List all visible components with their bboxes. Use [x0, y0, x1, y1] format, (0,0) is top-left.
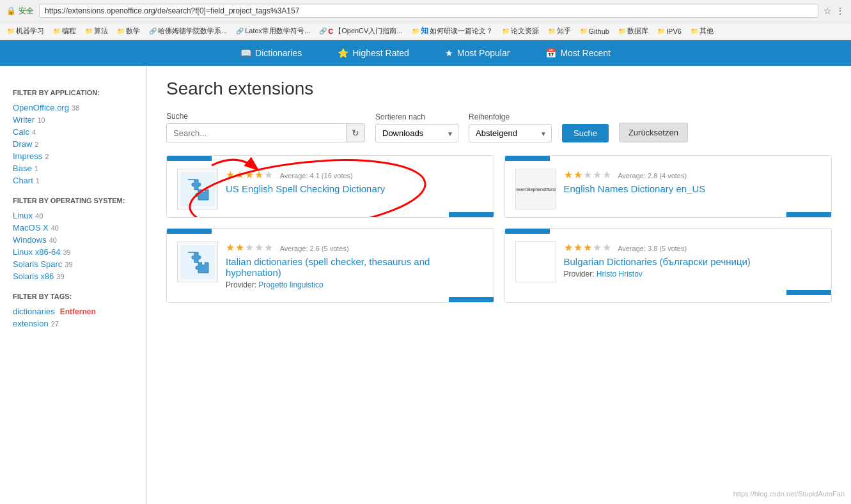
ext-card-en-names: tolstefer that Steffen Stefan Steven Ste… [504, 155, 832, 218]
card-stars-row: ★★★★★ Average: 3.8 (5 votes) [564, 241, 822, 254]
sidebar-item-writer[interactable]: Writer 10 [13, 114, 134, 126]
star-rating: ★★★★★ [226, 242, 274, 253]
security-label: 安全 [19, 6, 34, 17]
reset-button[interactable]: Zurücksetzen [619, 123, 688, 142]
rating-text: Average: 4.1 (16 votes) [280, 172, 353, 179]
lock-icon: 🔒 [6, 6, 16, 15]
provider-link-italian[interactable]: Progetto linguistico [258, 280, 323, 289]
card-title-us-spell[interactable]: US English Spell Checking Dictionary [226, 183, 483, 194]
extensions-grid: ★★★★★ Average: 4.1 (16 votes) US English… [166, 155, 832, 303]
popular-icon: ★ [445, 48, 453, 58]
card-top-bar [505, 156, 550, 161]
bookmark-latex[interactable]: Latex常用数学符号... [233, 25, 313, 37]
browser-icons: ☆ ⋮ [824, 6, 845, 16]
bookmark-read-paper[interactable]: 知如何研读一篇论文？ [409, 24, 496, 38]
bookmark-github[interactable]: Github [577, 26, 613, 36]
sidebar-item-calc[interactable]: Calc 4 [13, 126, 134, 138]
sortieren-label: Sortieren nach [375, 112, 458, 121]
calendar-icon: 📅 [545, 48, 556, 58]
bookmark-icon[interactable]: ☆ [824, 6, 832, 16]
bookmark-paper-resources[interactable]: 论文资源 [499, 25, 542, 37]
card-icon-puzzle [177, 169, 218, 210]
order-select-wrap: Absteigend Aufsteigend [469, 124, 552, 142]
card-stars-row: ★★★★★ Average: 2.6 (5 votes) [226, 241, 483, 254]
order-select[interactable]: Absteigend Aufsteigend [469, 124, 552, 142]
card-title-en-names[interactable]: English Names Dictionary en_US [564, 183, 822, 194]
sidebar-item-linux-x86[interactable]: Linux x86-64 39 [13, 246, 134, 258]
nav-dictionaries[interactable]: 📖 Dictionaries [223, 40, 320, 66]
rating-text: Average: 2.8 (4 votes) [618, 172, 687, 179]
site-nav: 📖 Dictionaries ⭐ Highest Rated ★ Most Po… [0, 40, 851, 66]
main-container: FILTER BY APPLICATION: OpenOffice.org 38… [0, 66, 851, 504]
sidebar-item-linux[interactable]: Linux 40 [13, 210, 134, 222]
nav-most-popular[interactable]: ★ Most Popular [427, 40, 527, 66]
nav-most-recent[interactable]: 📅 Most Recent [527, 40, 628, 66]
sort-select[interactable]: Downloads Name Rating Date [375, 124, 458, 142]
card-icon-dict-preview: tolstefer that Steffen Stefan Steven Ste… [515, 169, 556, 210]
order-group: Reihenfolge Absteigend Aufsteigend [469, 112, 552, 142]
card-info: ★★★★★ Average: 2.6 (5 votes) Italian dic… [226, 241, 483, 289]
sidebar-tag-extension[interactable]: extension 27 [13, 317, 134, 330]
card-info: ★★★★★ Average: 2.8 (4 votes) English Nam… [564, 169, 822, 210]
zhihu-icon: 知 [421, 26, 428, 36]
search-bar: Suche ↻ Sortieren nach Downloads Name Ra… [166, 112, 832, 142]
security-indicator: 🔒 安全 [6, 6, 34, 17]
sidebar: FILTER BY APPLICATION: OpenOffice.org 38… [0, 66, 147, 504]
sidebar-item-windows[interactable]: Windows 40 [13, 234, 134, 246]
sidebar-item-chart[interactable]: Chart 1 [13, 174, 134, 187]
card-body: ★★★★★ Average: 4.1 (16 votes) US English… [167, 161, 494, 217]
filter-by-tags-title: FILTER BY TAGS: [13, 293, 134, 300]
bookmark-other[interactable]: 其他 [687, 25, 717, 37]
ext-card-bulgarian: ★★★★★ Average: 3.8 (5 votes) Bulgarian D… [504, 228, 832, 303]
card-provider: Provider: Progetto linguistico [226, 280, 483, 289]
refresh-button[interactable]: ↻ [346, 124, 364, 142]
sidebar-item-openoffice[interactable]: OpenOffice.org 38 [13, 102, 134, 114]
sort-select-wrap: Downloads Name Rating Date [375, 124, 458, 142]
filter-by-os-title: FILTER BY OPERATING SYSTEM: [13, 197, 134, 204]
search-group: Suche ↻ [166, 112, 365, 142]
bookmark-database[interactable]: 数据库 [615, 25, 652, 37]
search-input[interactable] [167, 125, 346, 142]
bookmarks-bar: 机器学习 编程 算法 数学 哈佛姆德学院数学系... Latex常用数学符号..… [0, 22, 851, 40]
sidebar-tag-dictionaries[interactable]: dictionaries Entfernen [13, 305, 134, 317]
card-bottom-bar [449, 297, 494, 302]
card-top-bar [167, 156, 212, 161]
sidebar-item-solaris-x86[interactable]: Solaris x86 39 [13, 270, 134, 282]
card-info: ★★★★★ Average: 4.1 (16 votes) US English… [226, 169, 483, 210]
url-bar[interactable] [39, 4, 818, 18]
card-top-bar [505, 229, 550, 234]
nav-highest-rated[interactable]: ⭐ Highest Rated [320, 40, 427, 66]
menu-icon[interactable]: ⋮ [836, 6, 845, 16]
sidebar-item-base[interactable]: Base 1 [13, 162, 134, 174]
card-stars-row: ★★★★★ Average: 4.1 (16 votes) [226, 169, 483, 181]
bookmark-jiqixuexi[interactable]: 机器学习 [4, 25, 47, 37]
bookmark-shuxue[interactable]: 数学 [114, 25, 143, 37]
sidebar-item-macos[interactable]: MacOS X 40 [13, 222, 134, 234]
sort-group: Sortieren nach Downloads Name Rating Dat… [375, 112, 458, 142]
bookmark-ipv6[interactable]: IPV6 [654, 26, 685, 36]
sidebar-item-solaris-sparc[interactable]: Solaris Sparc 39 [13, 258, 134, 270]
sidebar-item-draw[interactable]: Draw 2 [13, 138, 134, 150]
card-top-bar [167, 229, 212, 234]
search-button[interactable]: Suche [562, 124, 609, 142]
star-rating: ★★★★★ [564, 242, 612, 253]
bookmark-biancheng[interactable]: 编程 [50, 25, 79, 37]
dictionaries-icon: 📖 [240, 48, 251, 58]
ext-card-italian: ★★★★★ Average: 2.6 (5 votes) Italian dic… [166, 228, 494, 303]
rating-text: Average: 2.6 (5 votes) [280, 245, 349, 252]
card-title-bulgarian[interactable]: Bulgarian Dictionaries (български речниц… [564, 256, 822, 267]
bookmark-zhihu[interactable]: 知乎 [545, 25, 574, 37]
card-body: ★★★★★ Average: 3.8 (5 votes) Bulgarian D… [505, 234, 832, 290]
content-area: Search extensions Suche ↻ Sortieren nach… [147, 66, 851, 504]
bookmark-opencv[interactable]: C 【OpenCV入门指南... [316, 25, 405, 37]
search-input-wrap: ↻ [166, 123, 365, 142]
provider-link-bulgarian[interactable]: Hristo Hristov [597, 270, 643, 279]
sidebar-item-impress[interactable]: Impress 2 [13, 150, 134, 162]
card-icon-puzzle2 [177, 241, 218, 282]
card-title-italian[interactable]: Italian dictionaries (spell checker, the… [226, 256, 483, 278]
card-stars-row: ★★★★★ Average: 2.8 (4 votes) [564, 169, 822, 181]
bookmark-harvard[interactable]: 哈佛姆德学院数学系... [146, 25, 230, 37]
bookmark-suanfa[interactable]: 算法 [82, 25, 111, 37]
page-title: Search extensions [166, 79, 832, 99]
star-rating: ★★★★★ [226, 169, 274, 180]
